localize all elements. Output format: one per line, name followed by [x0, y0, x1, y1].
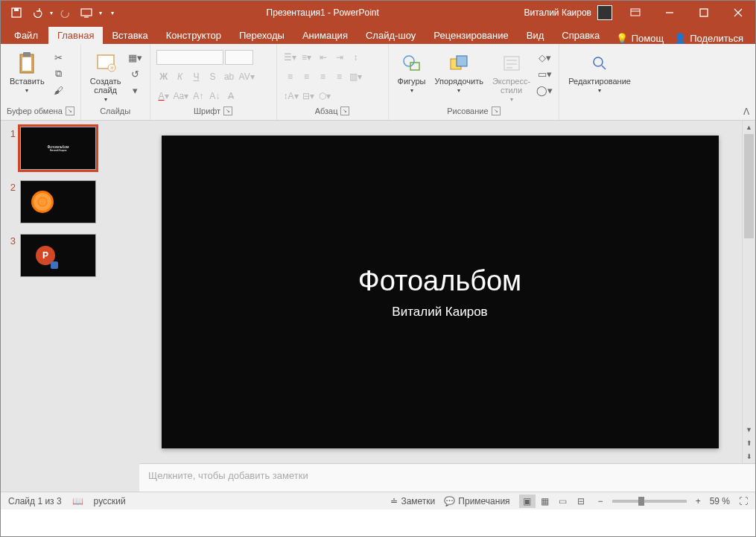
user-name[interactable]: Виталий Каиров [524, 7, 591, 18]
save-icon[interactable] [8, 4, 25, 21]
next-slide-icon[interactable]: ⬇ [743, 450, 755, 463]
paste-button[interactable]: Вставить▾ [7, 50, 48, 95]
quick-styles-button[interactable]: Экспресс- стили▾ [489, 50, 533, 104]
close-icon[interactable] [721, 1, 755, 25]
align-text-button[interactable]: ⊟▾ [301, 89, 316, 104]
shape-outline-icon[interactable]: ▭▾ [536, 66, 553, 81]
slide-canvas[interactable]: Фотоальбом Виталий Каиров [139, 121, 755, 463]
bullets-button[interactable]: ☰▾ [283, 50, 298, 65]
copy-icon[interactable]: ⧉ [51, 66, 67, 81]
zoom-level[interactable]: 59 % [710, 496, 730, 506]
clear-formatting-button[interactable]: A̶ [223, 89, 238, 104]
shapes-button[interactable]: Фигуры▾ [395, 50, 429, 95]
cut-icon[interactable]: ✂ [51, 50, 67, 65]
numbering-button[interactable]: ≡▾ [299, 50, 314, 65]
undo-icon[interactable] [29, 4, 45, 21]
slide-subtitle[interactable]: Виталий Каиров [392, 305, 487, 320]
columns-button[interactable]: ▥▾ [349, 69, 363, 84]
notes-toggle[interactable]: ≐Заметки [390, 496, 435, 506]
tab-view[interactable]: Вид [518, 27, 553, 44]
drawing-dialog-launcher-icon[interactable]: ↘ [492, 107, 501, 115]
tab-review[interactable]: Рецензирование [425, 27, 517, 44]
scroll-down-icon[interactable]: ▼ [743, 423, 755, 436]
font-dialog-launcher-icon[interactable]: ↘ [223, 107, 232, 115]
scroll-up-icon[interactable]: ▲ [743, 121, 755, 134]
slide-title[interactable]: Фотоальбом [358, 265, 521, 297]
current-slide[interactable]: Фотоальбом Виталий Каиров [162, 136, 719, 448]
slide-counter[interactable]: Слайд 1 из 3 [8, 496, 62, 506]
font-size-field[interactable] [225, 50, 253, 65]
smartart-button[interactable]: ⬡▾ [317, 89, 332, 104]
shape-effects-icon[interactable]: ◯▾ [536, 83, 553, 98]
bold-button[interactable]: Ж [156, 69, 171, 84]
qat-customize-icon[interactable]: ▾ [111, 10, 114, 16]
slideshow-view-icon[interactable]: ⊟ [573, 495, 589, 508]
slide-thumbnail-1[interactable]: ФотоальбомВиталий Каиров [20, 127, 96, 170]
editing-button[interactable]: Редактирование▾ [565, 50, 634, 95]
slide-thumbnail-2[interactable] [20, 180, 96, 223]
shadow-button[interactable]: ab [222, 69, 237, 84]
slide-thumbnail-3[interactable]: P [20, 234, 96, 277]
char-spacing-button[interactable]: AV▾ [238, 69, 255, 84]
sorter-view-icon[interactable]: ▦ [537, 495, 553, 508]
tab-file[interactable]: Файл [4, 27, 48, 44]
shape-fill-icon[interactable]: ◇▾ [536, 50, 553, 65]
redo-icon[interactable] [57, 4, 74, 21]
format-painter-icon[interactable]: 🖌 [51, 83, 67, 98]
maximize-icon[interactable] [687, 1, 721, 25]
font-color-button[interactable]: A▾ [156, 89, 171, 104]
font-family-field[interactable] [156, 50, 223, 65]
zoom-handle[interactable] [638, 497, 644, 506]
reset-icon[interactable]: ↺ [127, 66, 144, 81]
tell-me-button[interactable]: 💡Помощ [616, 33, 664, 44]
clipboard-dialog-launcher-icon[interactable]: ↘ [66, 107, 74, 115]
new-slide-button[interactable]: ✳ Создать слайд▾ [87, 50, 124, 104]
arrange-button[interactable]: Упорядочить▾ [431, 50, 486, 95]
change-case-button[interactable]: Aa▾ [173, 89, 190, 104]
zoom-out-icon[interactable]: − [598, 496, 603, 506]
tab-design[interactable]: Конструктор [157, 27, 230, 44]
share-button[interactable]: 👤Поделиться [674, 33, 743, 44]
decrease-indent-button[interactable]: ⇤ [316, 50, 331, 65]
fit-to-window-icon[interactable]: ⛶ [739, 496, 748, 506]
comments-toggle[interactable]: 💬Примечания [444, 496, 509, 506]
reading-view-icon[interactable]: ▭ [555, 495, 571, 508]
notes-pane[interactable]: Щелкните, чтобы добавить заметки [139, 463, 755, 492]
shapes-icon [400, 51, 424, 75]
section-icon[interactable]: ▾ [127, 83, 144, 98]
tab-animations[interactable]: Анимация [293, 27, 357, 44]
minimize-icon[interactable] [652, 1, 687, 25]
justify-button[interactable]: ≡ [332, 69, 347, 84]
paragraph-dialog-launcher-icon[interactable]: ↘ [340, 107, 349, 115]
align-center-button[interactable]: ≡ [299, 69, 314, 84]
ribbon-display-icon[interactable] [618, 1, 652, 25]
align-right-button[interactable]: ≡ [316, 69, 331, 84]
align-left-button[interactable]: ≡ [283, 69, 298, 84]
tab-transitions[interactable]: Переходы [230, 27, 293, 44]
normal-view-icon[interactable]: ▣ [519, 495, 536, 508]
tab-slideshow[interactable]: Слайд-шоу [357, 27, 425, 44]
zoom-in-icon[interactable]: + [696, 496, 701, 506]
tab-help[interactable]: Справка [553, 27, 609, 44]
tab-insert[interactable]: Вставка [103, 27, 156, 44]
shrink-font-button[interactable]: A↓ [207, 89, 222, 104]
underline-button[interactable]: Ч [189, 69, 204, 84]
spell-check-icon[interactable]: 📖 [72, 496, 83, 506]
text-direction-button[interactable]: ↕A▾ [283, 89, 299, 104]
thumbnail-panel[interactable]: 1 ФотоальбомВиталий Каиров 2 3 P [1, 121, 139, 492]
tab-home[interactable]: Главная [48, 27, 103, 44]
layout-icon[interactable]: ▦▾ [127, 50, 144, 65]
language-indicator[interactable]: русский [94, 496, 126, 506]
scroll-thumb[interactable] [744, 134, 754, 238]
prev-slide-icon[interactable]: ⬆ [743, 436, 755, 450]
vertical-scrollbar[interactable]: ▲ ▼ ⬆ ⬇ [742, 121, 755, 463]
line-spacing-button[interactable]: ↕ [349, 50, 363, 65]
italic-button[interactable]: К [173, 69, 188, 84]
user-avatar-icon[interactable] [597, 5, 612, 20]
zoom-slider[interactable] [612, 500, 687, 503]
increase-indent-button[interactable]: ⇥ [332, 50, 347, 65]
grow-font-button[interactable]: A↑ [191, 89, 206, 104]
slideshow-from-start-icon[interactable] [78, 4, 95, 21]
strikethrough-button[interactable]: S [206, 69, 220, 84]
collapse-ribbon-icon[interactable]: ᐱ [743, 107, 749, 117]
